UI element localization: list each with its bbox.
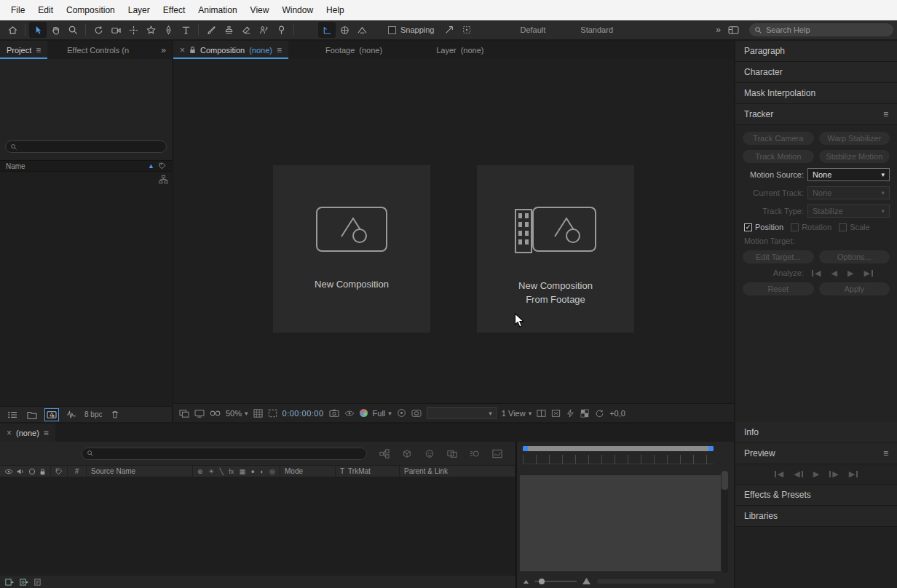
panel-menu-icon[interactable]: ≡ bbox=[44, 428, 49, 438]
last-frame-button[interactable]: ▶ bbox=[849, 470, 858, 478]
scale-checkbox[interactable] bbox=[839, 223, 847, 231]
play-button[interactable]: ▶ bbox=[813, 470, 819, 478]
project-item-list[interactable] bbox=[0, 172, 172, 406]
expand-layer-switches-icon[interactable] bbox=[5, 578, 15, 587]
track-motion-button[interactable]: Track Motion bbox=[743, 150, 814, 163]
close-icon[interactable]: × bbox=[7, 428, 12, 438]
panel-menu-icon[interactable]: ≡ bbox=[883, 109, 888, 119]
puppet-pin-tool[interactable] bbox=[272, 22, 290, 38]
menu-animation[interactable]: Animation bbox=[191, 0, 243, 20]
number-column[interactable]: # bbox=[68, 466, 87, 477]
new-composition-button[interactable] bbox=[45, 409, 58, 421]
transparency-grid-icon[interactable] bbox=[580, 409, 590, 418]
reset-button[interactable]: Reset bbox=[743, 282, 814, 295]
camera-tool[interactable] bbox=[107, 22, 125, 38]
menu-effect[interactable]: Effect bbox=[157, 0, 191, 20]
show-snapshot-icon[interactable] bbox=[344, 409, 355, 418]
expand-transfer-controls-icon[interactable] bbox=[20, 578, 29, 587]
tab-composition[interactable]: × Composition (none) ≡ bbox=[173, 41, 288, 59]
zoom-slider-thumb[interactable] bbox=[539, 579, 545, 584]
mask-visibility-icon[interactable] bbox=[411, 409, 422, 418]
tab-timeline[interactable]: × (none) ≡ bbox=[0, 424, 55, 442]
motion-blur-icon[interactable] bbox=[470, 449, 480, 458]
apply-button[interactable]: Apply bbox=[819, 282, 890, 295]
help-search-input[interactable] bbox=[766, 25, 888, 34]
character-panel-header[interactable]: Character bbox=[735, 62, 897, 83]
switches-column[interactable]: ⊕ ☀ ╲ fx ▦ ● ◐ ◎ bbox=[193, 466, 280, 477]
timeline-graph-area[interactable] bbox=[520, 475, 721, 571]
fast-previews-icon[interactable] bbox=[566, 409, 575, 418]
time-ruler[interactable] bbox=[523, 455, 714, 464]
analyze-backward-button[interactable]: ◀ bbox=[831, 269, 837, 277]
project-search-input[interactable] bbox=[21, 143, 162, 151]
list-view-button[interactable] bbox=[6, 409, 19, 421]
analyze-forward-button[interactable]: ▶ bbox=[847, 269, 853, 277]
trkmat-column[interactable]: T TrkMat bbox=[336, 466, 400, 477]
workspace-standard[interactable]: Standard bbox=[580, 25, 613, 34]
edit-target-button[interactable]: Edit Target... bbox=[743, 250, 814, 263]
project-search-box[interactable] bbox=[5, 140, 167, 153]
menu-composition[interactable]: Composition bbox=[60, 0, 122, 20]
view-options-icon[interactable] bbox=[210, 409, 221, 417]
effects-presets-panel-header[interactable]: Effects & Presets bbox=[735, 485, 897, 506]
project-tab-overflow[interactable]: » bbox=[154, 41, 172, 59]
close-icon[interactable]: × bbox=[180, 45, 185, 55]
eye-icon[interactable] bbox=[4, 468, 13, 475]
help-search-box[interactable] bbox=[749, 23, 893, 36]
eraser-tool[interactable] bbox=[237, 22, 255, 38]
graph-editor-icon[interactable] bbox=[492, 449, 502, 458]
selection-tool[interactable] bbox=[29, 22, 47, 38]
menu-edit[interactable]: Edit bbox=[31, 0, 60, 20]
home-button[interactable] bbox=[4, 22, 21, 38]
timeline-search-box[interactable] bbox=[82, 448, 367, 460]
snap-option-1[interactable] bbox=[440, 22, 458, 38]
timeline-vertical-scrollbar[interactable] bbox=[722, 471, 728, 573]
source-name-column[interactable]: Source Name bbox=[87, 466, 193, 477]
lock-column-icon[interactable] bbox=[39, 468, 46, 475]
grid-guides-icon[interactable] bbox=[253, 409, 263, 418]
next-frame-button[interactable]: ▶ bbox=[829, 470, 838, 478]
previous-frame-button[interactable]: ◀ bbox=[794, 470, 802, 478]
shy-icon[interactable] bbox=[424, 449, 435, 458]
track-camera-button[interactable]: Track Camera bbox=[743, 132, 814, 145]
menu-help[interactable]: Help bbox=[320, 0, 351, 20]
work-area-bar[interactable] bbox=[523, 446, 714, 451]
channels-icon[interactable] bbox=[360, 409, 368, 417]
expand-inout-columns-icon[interactable] bbox=[34, 578, 44, 587]
menu-file[interactable]: File bbox=[4, 0, 31, 20]
menu-window[interactable]: Window bbox=[275, 0, 320, 20]
rotation-tool[interactable] bbox=[90, 22, 107, 38]
options-button[interactable]: Options... bbox=[819, 250, 890, 263]
analyze-backward-frame-button[interactable]: ◀ bbox=[812, 269, 821, 277]
parent-link-column[interactable]: Parent & Link bbox=[400, 466, 515, 477]
delete-button[interactable] bbox=[108, 409, 122, 421]
rotation-checkbox[interactable] bbox=[791, 223, 799, 231]
audio-icon[interactable] bbox=[17, 468, 25, 475]
analyze-forward-frame-button[interactable]: ▶ bbox=[864, 269, 872, 277]
pixel-aspect-correction-icon[interactable] bbox=[551, 409, 561, 418]
type-tool[interactable] bbox=[177, 22, 194, 38]
project-flowchart-icon[interactable] bbox=[159, 175, 168, 184]
workspace-overflow[interactable]: » bbox=[716, 25, 720, 35]
brush-tool[interactable] bbox=[202, 22, 220, 38]
current-track-dropdown[interactable]: None ▾ bbox=[807, 186, 890, 199]
view-layout-popup[interactable]: 1 View ▾ bbox=[502, 409, 532, 418]
tab-footage[interactable]: Footage (none) bbox=[319, 41, 389, 59]
resolution-popup[interactable]: Full ▾ bbox=[373, 409, 392, 418]
info-panel-header[interactable]: Info bbox=[735, 422, 897, 443]
axis-mode-view[interactable] bbox=[353, 22, 371, 38]
pen-tool[interactable] bbox=[159, 22, 177, 38]
pan-behind-tool[interactable] bbox=[125, 22, 142, 38]
hand-tool[interactable] bbox=[47, 22, 64, 38]
reset-exposure-icon[interactable] bbox=[595, 409, 604, 418]
magnification-popup[interactable]: 50% ▾ bbox=[226, 409, 248, 418]
workspace-bar-button[interactable] bbox=[724, 22, 742, 38]
new-composition-card[interactable]: New Composition bbox=[273, 165, 430, 333]
project-bpc-label[interactable]: 8 bpc bbox=[84, 410, 102, 418]
screen-icon[interactable] bbox=[194, 409, 205, 418]
interpret-footage-button[interactable] bbox=[65, 409, 78, 421]
draft-3d-icon[interactable] bbox=[402, 449, 412, 458]
region-of-interest-icon[interactable] bbox=[268, 409, 277, 418]
snapshot-icon[interactable] bbox=[329, 409, 339, 418]
new-folder-button[interactable] bbox=[25, 409, 39, 421]
